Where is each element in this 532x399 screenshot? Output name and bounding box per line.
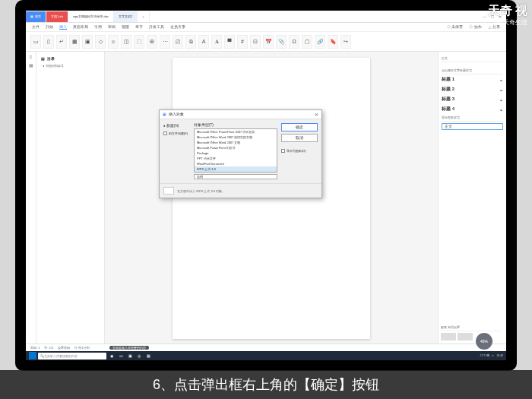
list-item[interactable]: Microsoft Office Word 2007 文档 (195, 140, 277, 145)
chart-layout-label: 图表 布局设置 (441, 324, 502, 331)
tool-art[interactable]: 𝐀 (211, 35, 222, 49)
tab-doc1[interactable]: 文档1.xls (46, 11, 68, 22)
tool-cover[interactable]: ▭ (30, 35, 41, 49)
style-h3[interactable]: 标题 3⌄ (442, 94, 503, 104)
tool-table[interactable]: ▦ (69, 35, 80, 49)
style-h2[interactable]: 标题 2⌄ (442, 84, 503, 94)
home-icon: ▦ (30, 14, 33, 18)
tool-object[interactable]: ▢ (302, 35, 312, 49)
radio-new[interactable]: ● 新建(N) (163, 123, 190, 128)
menu-collab[interactable]: ◇ 协作 (469, 25, 481, 29)
weather-widget[interactable]: 21°C 晴 (480, 354, 489, 357)
tool-icon[interactable]: ☺ (108, 35, 119, 49)
tool-attach[interactable]: 📎 (276, 35, 287, 49)
dialog-footer-text: 在文档中插入 WPS 公式 3.0 对象。 (177, 189, 225, 193)
tool-date[interactable]: 📅 (263, 35, 274, 49)
statusbar: 页码: 1 节: 1/1 设置页码 行 第1行列 在此处输入你想要的内容 (26, 344, 506, 351)
tool-chart[interactable]: ◫ (121, 35, 131, 49)
task-icon[interactable]: ▭ (117, 352, 125, 359)
outline-icon: ▤ (41, 56, 45, 61)
style-more[interactable]: 显示更多样式 (442, 114, 503, 122)
layout-opt2[interactable] (458, 333, 473, 340)
list-item[interactable]: PPT 演示文件 (195, 156, 277, 161)
task-icon[interactable]: ◉ (108, 352, 116, 359)
menu-ref[interactable]: 引用 (94, 25, 102, 29)
tool-asset[interactable]: ◰ (173, 35, 183, 49)
task-icon[interactable]: ▣ (126, 352, 134, 359)
insert-object-dialog: ▣ 插入对象 ✕ ● 新建(N) 由文件创建(F) 对象类型(T): Micro… (159, 109, 322, 198)
menu-dev[interactable]: 开发工具 (149, 25, 164, 29)
tool-xref[interactable]: ↪ (340, 35, 351, 49)
tool-blank[interactable]: ▯ (43, 35, 54, 49)
lens-icon: ⓠ (496, 18, 502, 27)
menu-review[interactable]: 审阅 (108, 25, 116, 29)
radio-from-file[interactable]: 由文件创建(F) (163, 131, 190, 135)
tray-icon[interactable]: ∧ (492, 354, 494, 357)
start-button[interactable] (29, 352, 36, 359)
menu-insert[interactable]: 插入 (59, 25, 67, 30)
tool-field[interactable]: Ω (289, 35, 299, 49)
nav-thumb-icon[interactable]: ▦ (29, 62, 33, 68)
tool-wm[interactable]: ⊡ (250, 35, 261, 49)
system-tray[interactable]: 21°C 晴 ∧ 16:40 (480, 354, 503, 357)
window-titlebar: ▦首页 文档1.xls wps文档编辑方法使用.doc 文字文稿2 + — ☐ … (26, 11, 506, 23)
ok-button[interactable]: 确定 (281, 123, 318, 131)
smart-toc-option[interactable]: ● 智能识别目录 (40, 62, 101, 69)
nav-outline-icon[interactable]: ≡ (30, 55, 33, 59)
status-setpage[interactable]: 设置页码 (58, 346, 70, 350)
style-body[interactable]: 正文 (442, 123, 503, 130)
menu-view[interactable]: 视图 (122, 25, 129, 29)
tab-doc3[interactable]: 文字文稿2 (114, 11, 138, 22)
menu-layout[interactable]: 页面布局 (73, 25, 88, 29)
progress-badge[interactable]: 46% (476, 333, 492, 350)
tool-flow[interactable]: ⬚ (134, 35, 144, 49)
document-page[interactable] (173, 58, 370, 339)
menu-file[interactable]: 文件 (32, 25, 40, 29)
layout-opt1[interactable] (441, 333, 456, 340)
tool-shape[interactable]: ◇ (95, 35, 106, 49)
style-h1[interactable]: 标题 1⌄ (442, 74, 503, 84)
style-current[interactable]: 正文 (442, 55, 503, 62)
tool-image[interactable]: ▣ (82, 35, 93, 49)
tab-home[interactable]: ▦首页 (26, 11, 46, 22)
cancel-button[interactable]: 取消 (281, 134, 318, 142)
list-item[interactable]: Microsoft Office PowerPoint 2007 演示文稿 (195, 129, 277, 135)
menu-start[interactable]: 开始 (46, 25, 53, 29)
status-tip: 在此处输入你想要的内容 (109, 346, 149, 350)
dialog-close-icon[interactable]: ✕ (315, 112, 318, 117)
tool-text[interactable]: A (198, 35, 209, 49)
minimize-icon[interactable]: — (483, 14, 486, 19)
tool-proc[interactable]: ⧉ (185, 35, 196, 49)
tab-doc2[interactable]: wps文档编辑方法使用.doc (68, 11, 114, 22)
dialog-title: 插入对象 (169, 112, 184, 116)
clock[interactable]: 16:40 (496, 354, 503, 357)
status-section[interactable]: 节: 1/1 (44, 346, 53, 350)
task-icon[interactable]: ▦ (144, 352, 152, 359)
list-item-selected[interactable]: WPS 公式 3.0 (195, 166, 277, 172)
outline-panel: ▤目录 ● 智能识别目录 (36, 52, 105, 351)
task-icon[interactable]: ◎ (135, 352, 143, 359)
dialog-titlebar: ▣ 插入对象 ✕ (160, 110, 321, 119)
tool-more[interactable]: ⋯ (160, 35, 170, 49)
tool-break[interactable]: ↵ (56, 35, 67, 49)
tool-bookmark[interactable]: 🔖 (328, 35, 338, 49)
style-h4[interactable]: 标题 4⌄ (442, 104, 503, 114)
status-page[interactable]: 页码: 1 (30, 346, 40, 350)
tool-pageno[interactable]: # (237, 35, 248, 49)
tool-header[interactable]: ▀ (224, 35, 235, 49)
object-type-list[interactable]: Microsoft Office PowerPoint 2007 演示文稿 Mi… (194, 128, 277, 173)
list-item[interactable]: Microsoft PowerPoint 幻灯片 (195, 145, 277, 150)
workspace: ≡ ▦ ▤目录 ● 智能识别目录 正文 点击修改文章标题样式 标题 1⌄ 标题 … (26, 52, 506, 351)
list-item[interactable]: WordPad Document (195, 161, 277, 166)
list-item[interactable]: Package (195, 150, 277, 156)
list-item[interactable]: Microsoft Office Word 2007 启用宏的文档 (195, 135, 277, 140)
document-canvas[interactable] (105, 52, 438, 351)
menu-unsaved[interactable]: ◇ 未保存 (447, 25, 463, 29)
menu-vip[interactable]: 会员专享 (170, 25, 185, 29)
tool-mind[interactable]: ⊞ (147, 35, 157, 49)
tab-new[interactable]: + (138, 11, 149, 22)
taskbar-search[interactable]: 🔍 在此键入你要搜索的内容 (38, 353, 106, 359)
show-as-icon-checkbox[interactable]: 显示为图标(D) (281, 149, 318, 153)
menu-section[interactable]: 章节 (135, 25, 143, 29)
tool-link[interactable]: 🔗 (315, 35, 325, 49)
